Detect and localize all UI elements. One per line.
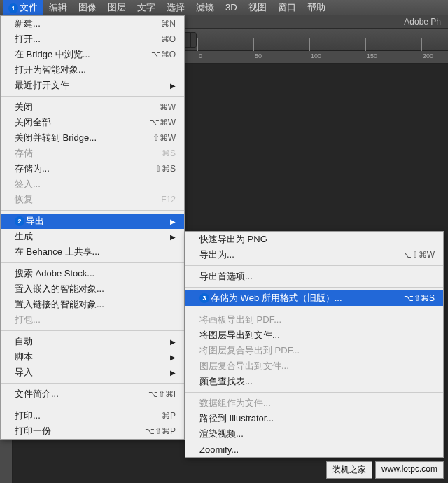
annotation-marker: 2 (15, 216, 24, 226)
menu-item[interactable]: 打印一份⌥⇧⌘P (1, 424, 184, 439)
menu-item[interactable]: 生成▶ (1, 229, 184, 244)
menu-item[interactable]: 2导出▶ (1, 214, 184, 229)
submenu-arrow-icon: ▶ (170, 354, 176, 361)
menu-item-shortcut: ⇧⌘S (155, 164, 176, 174)
menu-item-label: 打印一份 (15, 425, 128, 438)
menu-item-label: 搜索 Adobe Stock... (15, 267, 176, 280)
menu-item-label: 打开为智能对象... (15, 64, 176, 76)
menu-item-label: 新建... (15, 18, 144, 30)
menu-item: 存储⌘S (1, 146, 184, 161)
menu-item[interactable]: 快速导出为 PNG (186, 232, 443, 247)
menu-item[interactable]: 置入链接的智能对象... (1, 297, 184, 312)
menu-item[interactable]: 渲染视频... (186, 426, 443, 442)
menu-item[interactable]: 在 Bridge 中浏览...⌥⌘O (1, 47, 184, 62)
submenu-arrow-icon: ▶ (170, 233, 176, 241)
menu-item[interactable]: 路径到 Illustrator... (186, 411, 443, 426)
menu-3d[interactable]: 3D (220, 0, 243, 15)
menu-select[interactable]: 选择 (161, 0, 190, 15)
annotation-marker: 3 (200, 293, 209, 303)
menu-filter[interactable]: 滤镜 (190, 0, 220, 15)
menu-item-label: 数据组作为文件... (200, 397, 435, 410)
menu-item-shortcut: ⌥⌘O (151, 50, 176, 59)
menu-item-label: 恢复 (15, 193, 144, 206)
menu-item-label: 将图层复合导出到 PDF... (200, 344, 435, 357)
menu-item[interactable]: 关闭全部⌥⌘W (1, 115, 184, 130)
menu-item[interactable]: 打开为智能对象... (1, 62, 184, 78)
menu-help[interactable]: 帮助 (302, 0, 331, 15)
menu-item[interactable]: 3存储为 Web 所用格式（旧版）...⌥⇧⌘S (186, 290, 443, 306)
menu-item[interactable]: 自动▶ (1, 334, 184, 349)
submenu-arrow-icon: ▶ (170, 82, 176, 90)
menu-item-label: 打印... (15, 410, 145, 422)
menu-type[interactable]: 文字 (132, 0, 161, 15)
menu-item-label: 关闭并转到 Bridge... (15, 132, 136, 144)
menu-item: 打包... (1, 312, 184, 328)
menu-item-shortcut: ⌥⌘W (150, 118, 176, 127)
menu-item[interactable]: 颜色查找表... (186, 374, 443, 389)
menu-item-label: 导入 (15, 366, 158, 379)
submenu-arrow-icon: ▶ (170, 369, 176, 377)
menu-edit[interactable]: 编辑 (43, 0, 73, 15)
menu-item-label: 颜色查找表... (200, 375, 435, 388)
menu-item-shortcut: ⌘W (160, 102, 176, 112)
menu-image[interactable]: 图像 (73, 0, 102, 15)
annotation-marker-1: 1 (8, 4, 18, 13)
menu-item-label: 生成 (15, 230, 158, 243)
menu-item-label: 导出为... (200, 248, 385, 261)
menu-item[interactable]: 新建...⌘N (1, 16, 184, 31)
menu-item-label: 最近打开文件 (15, 79, 158, 92)
menu-item-shortcut: ⇧⌘W (153, 133, 176, 143)
menu-item[interactable]: 脚本▶ (1, 349, 184, 365)
watermark-text-b: www.lotpc.com (375, 461, 444, 479)
menu-item[interactable]: 关闭并转到 Bridge...⇧⌘W (1, 130, 184, 146)
menu-item[interactable]: 导入▶ (1, 365, 184, 380)
menu-item-label: 自动 (15, 335, 158, 348)
menu-item-label: Zoomify... (200, 444, 435, 455)
menu-view[interactable]: 视图 (243, 0, 272, 15)
menu-item: 签入... (1, 176, 184, 192)
menu-item-label: 将画板导出到 PDF... (200, 314, 435, 326)
menu-item[interactable]: 搜索 Adobe Stock... (1, 266, 184, 281)
menu-item-label: 签入... (15, 178, 176, 190)
menu-item-shortcut: ⌥⇧⌘I (148, 389, 176, 399)
menu-item[interactable]: 置入嵌入的智能对象... (1, 281, 184, 297)
menu-item-label: 打包... (15, 314, 176, 326)
file-menu: 新建...⌘N打开...⌘O在 Bridge 中浏览...⌥⌘O打开为智能对象.… (0, 15, 185, 440)
menu-file[interactable]: 1文件 (3, 0, 43, 15)
menu-item-label: 存储 (15, 147, 145, 160)
menu-item-shortcut: ⌘S (162, 148, 176, 158)
menu-item-label: 在 Bridge 中浏览... (15, 48, 134, 61)
menu-item-shortcut: ⌘N (161, 19, 176, 29)
menu-layer[interactable]: 图层 (102, 0, 132, 15)
menu-item[interactable]: 打印...⌘P (1, 408, 184, 424)
menubar: 1文件 编辑 图像 图层 文字 选择 滤镜 3D 视图 窗口 帮助 (0, 0, 448, 15)
menu-item-label: 存储为 Web 所用格式（旧版）... (211, 292, 387, 304)
menu-item-shortcut: ⌘P (162, 411, 176, 421)
menu-item[interactable]: 关闭⌘W (1, 99, 184, 115)
menu-item[interactable]: 将图层导出到文件... (186, 328, 443, 343)
menu-item-label: 在 Behance 上共享... (15, 246, 176, 258)
menu-item-label: 图层复合导出到文件... (200, 360, 435, 372)
menu-item[interactable]: 在 Behance 上共享... (1, 244, 184, 260)
menu-item[interactable]: 导出为...⌥⇧⌘W (186, 247, 443, 262)
watermark-text-a: 装机之家 (326, 461, 372, 479)
menu-item-label: 快速导出为 PNG (200, 233, 435, 246)
menu-item-label: 置入链接的智能对象... (15, 298, 176, 311)
menu-item: 将画板导出到 PDF... (186, 312, 443, 328)
menu-item[interactable]: 存储为...⇧⌘S (1, 161, 184, 176)
menu-window[interactable]: 窗口 (272, 0, 302, 15)
menu-item-label: 导出 (26, 215, 158, 227)
menu-item-label: 路径到 Illustrator... (200, 412, 435, 425)
menu-item[interactable]: Zoomify... (186, 442, 443, 457)
menu-item: 图层复合导出到文件... (186, 358, 443, 374)
menu-item: 恢复F12 (1, 192, 184, 207)
menu-item[interactable]: 文件简介...⌥⇧⌘I (1, 386, 184, 402)
menu-item-shortcut: ⌥⇧⌘P (145, 426, 176, 436)
menu-item-label: 渲染视频... (200, 428, 435, 440)
menu-item[interactable]: 打开...⌘O (1, 31, 184, 47)
menu-item-shortcut: ⌘O (161, 34, 176, 44)
menu-item-label: 存储为... (15, 162, 138, 175)
menu-item[interactable]: 最近打开文件▶ (1, 78, 184, 93)
watermark: 装机之家 www.lotpc.com (326, 461, 444, 479)
menu-item[interactable]: 导出首选项... (186, 269, 443, 284)
